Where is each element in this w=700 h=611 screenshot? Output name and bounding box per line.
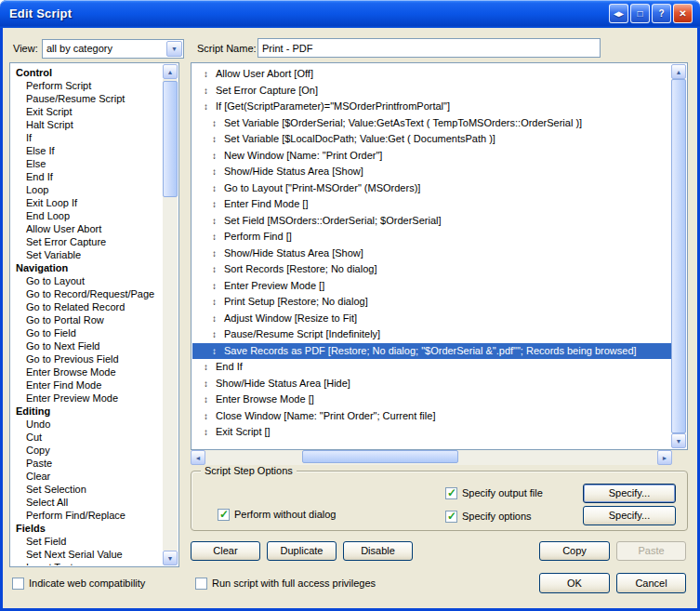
library-step-item[interactable]: End Loop (11, 209, 163, 222)
drag-handle-icon[interactable]: ↕ (204, 359, 208, 376)
checkbox-box[interactable] (195, 578, 207, 590)
library-step-item[interactable]: Paste (11, 457, 163, 470)
library-step-item[interactable]: Go to Related Record (11, 300, 163, 313)
checkbox-box[interactable] (12, 578, 24, 590)
script-step-row[interactable]: ↕Sort Records [Restore; No dialog] (192, 261, 671, 278)
library-step-item[interactable]: Allow User Abort (11, 222, 163, 235)
library-step-item[interactable]: Pause/Resume Script (11, 92, 163, 105)
checkbox-box[interactable] (445, 487, 457, 499)
library-step-item[interactable]: Go to Field (11, 326, 163, 339)
checkbox-box[interactable] (445, 511, 457, 523)
scroll-left-icon[interactable]: ◄ (191, 450, 205, 465)
script-step-row[interactable]: ↕New Window [Name: "Print Order"] (192, 148, 671, 165)
script-step-row[interactable]: ↕Perform Find [] (192, 229, 671, 246)
copy-button[interactable]: Copy (539, 541, 610, 561)
disable-button[interactable]: Disable (343, 541, 413, 561)
restore-button[interactable]: □ (630, 4, 650, 23)
specify-options-button[interactable]: Specify... (583, 506, 676, 525)
drag-handle-icon[interactable]: ↕ (212, 180, 217, 197)
library-step-item[interactable]: Undo (11, 418, 163, 431)
script-step-row[interactable]: ↕Go to Layout ["Print-MSOrder" (MSOrders… (192, 180, 671, 197)
library-step-item[interactable]: Go to Layout (11, 274, 163, 287)
script-step-row[interactable]: ↕Allow User Abort [Off] (192, 66, 671, 83)
script-name-input[interactable] (258, 38, 601, 58)
drag-handle-icon[interactable]: ↕ (204, 424, 208, 441)
library-step-item[interactable]: Copy (11, 444, 163, 457)
library-step-item[interactable]: Perform Find/Replace (11, 509, 163, 522)
library-step-item[interactable]: Set Next Serial Value (11, 548, 163, 561)
script-steps-list[interactable]: ↕Allow User Abort [Off]↕Set Error Captur… (192, 64, 671, 448)
script-vertical-scrollbar[interactable]: ▲ ▼ (671, 64, 686, 448)
drag-handle-icon[interactable]: ↕ (204, 83, 208, 100)
scroll-up-icon[interactable]: ▲ (671, 64, 686, 79)
drag-handle-icon[interactable]: ↕ (204, 408, 208, 425)
script-step-row[interactable]: ↕Print Setup [Restore; No dialog] (192, 294, 671, 311)
library-step-item[interactable]: Select All (11, 496, 163, 509)
scroll-down-icon[interactable]: ▼ (671, 433, 686, 448)
library-step-item[interactable]: Halt Script (11, 118, 163, 131)
library-step-item[interactable]: Insert Text (11, 561, 163, 565)
drag-handle-icon[interactable]: ↕ (212, 164, 217, 180)
library-step-item[interactable]: Set Error Capture (11, 235, 163, 248)
library-scroll-track[interactable] (163, 79, 178, 551)
script-scroll-track[interactable] (671, 79, 686, 433)
script-step-row[interactable]: ↕End If (192, 359, 671, 376)
double-arrow-button[interactable]: ◂▸ (609, 4, 628, 23)
library-scroll-thumb[interactable] (163, 81, 178, 197)
script-scroll-thumb[interactable] (671, 79, 686, 433)
drag-handle-icon[interactable]: ↕ (212, 343, 217, 360)
script-step-row[interactable]: ↕Set Variable [$OrderSerial; Value:GetAs… (192, 115, 671, 132)
specify-options-checkbox[interactable]: Specify options (445, 510, 532, 523)
drag-handle-icon[interactable]: ↕ (212, 115, 217, 132)
cancel-button[interactable]: Cancel (616, 573, 686, 593)
script-step-row[interactable]: ↕Show/Hide Status Area [Show] (192, 164, 671, 180)
horizontal-scroll-track[interactable] (205, 450, 657, 465)
drag-handle-icon[interactable]: ↕ (212, 311, 217, 327)
library-step-item[interactable]: Clear (11, 470, 163, 483)
library-step-item[interactable]: Exit Script (11, 105, 163, 118)
script-step-row[interactable]: ↕Show/Hide Status Area [Show] (192, 246, 671, 262)
library-step-item[interactable]: If (11, 131, 163, 144)
indicate-web-compatibility-checkbox[interactable]: Indicate web compatibility (12, 577, 145, 590)
drag-handle-icon[interactable]: ↕ (212, 213, 217, 230)
help-button[interactable]: ? (652, 4, 671, 23)
ok-button[interactable]: OK (539, 573, 610, 593)
scroll-right-icon[interactable]: ► (657, 450, 672, 465)
drag-handle-icon[interactable]: ↕ (204, 392, 208, 408)
titlebar[interactable]: Edit Script ◂▸□?✕ (0, 0, 700, 28)
drag-handle-icon[interactable]: ↕ (212, 261, 217, 278)
script-step-row[interactable]: ↕Set Variable [$LocalDocPath; Value:Get … (192, 131, 671, 148)
paste-button[interactable]: Paste (616, 541, 686, 561)
library-step-item[interactable]: End If (11, 170, 163, 183)
script-step-row[interactable]: ↕Enter Preview Mode [] (192, 278, 671, 295)
duplicate-button[interactable]: Duplicate (267, 541, 337, 561)
library-step-item[interactable]: Cut (11, 431, 163, 444)
script-step-row[interactable]: ↕Set Error Capture [On] (192, 83, 671, 100)
library-step-item[interactable]: Exit Loop If (11, 196, 163, 209)
library-step-item[interactable]: Loop (11, 183, 163, 196)
library-step-item[interactable]: Enter Browse Mode (11, 365, 163, 379)
script-step-row[interactable]: ↕Enter Find Mode [] (192, 196, 671, 213)
close-button[interactable]: ✕ (673, 4, 693, 23)
library-step-item[interactable]: Else (11, 157, 163, 170)
scroll-down-icon[interactable]: ▼ (163, 551, 178, 565)
library-step-item[interactable]: Perform Script (11, 79, 163, 92)
library-step-item[interactable]: Enter Find Mode (11, 379, 163, 392)
script-step-row[interactable]: ↕Enter Browse Mode [] (192, 392, 671, 408)
library-step-item[interactable]: Set Field (11, 535, 163, 548)
script-step-row[interactable]: ↕If [Get(ScriptParameter)="MSOrderPrintf… (192, 99, 671, 115)
script-step-row[interactable]: ↕Close Window [Name: "Print Order"; Curr… (192, 408, 671, 425)
run-full-access-checkbox[interactable]: Run script with full access privileges (195, 577, 376, 590)
library-step-item[interactable]: Go to Previous Field (11, 352, 163, 365)
drag-handle-icon[interactable]: ↕ (212, 148, 217, 165)
library-step-item[interactable]: Else If (11, 144, 163, 157)
step-library-list[interactable]: ControlPerform ScriptPause/Resume Script… (11, 64, 163, 565)
view-dropdown[interactable]: all by category ▼ (42, 39, 184, 59)
specify-output-file-checkbox[interactable]: Specify output file (445, 486, 543, 499)
script-step-row[interactable]: ↕Show/Hide Status Area [Hide] (192, 376, 671, 392)
perform-without-dialog-checkbox[interactable]: Perform without dialog (218, 508, 336, 521)
checkbox-box[interactable] (218, 509, 230, 521)
drag-handle-icon[interactable]: ↕ (204, 376, 208, 392)
library-step-item[interactable]: Set Selection (11, 483, 163, 496)
script-step-row[interactable]: ↕Adjust Window [Resize to Fit] (192, 311, 671, 327)
